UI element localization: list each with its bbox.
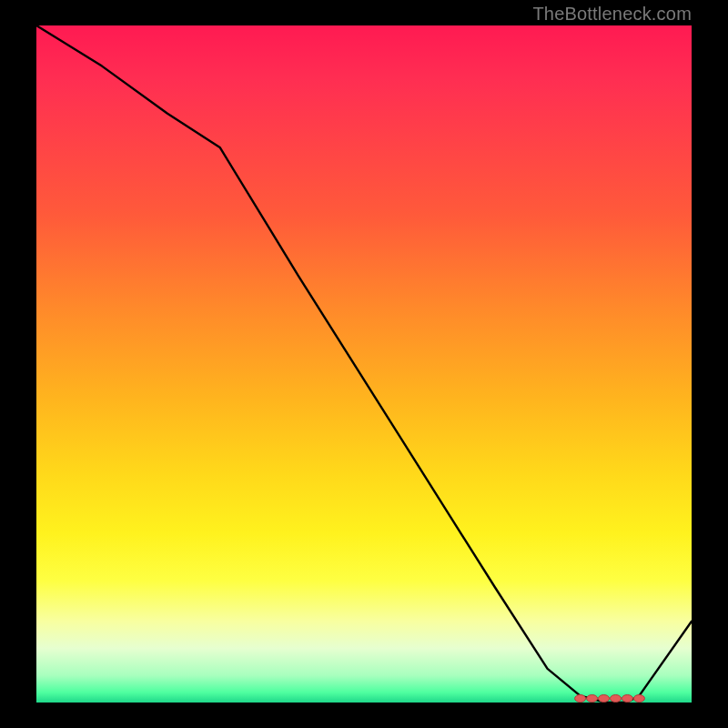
curve-line [36, 25, 692, 703]
optimal-marker [599, 695, 610, 703]
plot-area [36, 25, 692, 703]
optimal-marker [587, 695, 598, 703]
optimal-range-markers [575, 695, 645, 703]
optimal-marker [633, 695, 644, 703]
bottleneck-curve [36, 25, 692, 703]
optimal-marker [611, 695, 622, 703]
watermark-text: TheBottleneck.com [532, 4, 692, 25]
optimal-marker [575, 695, 586, 703]
chart-frame: TheBottleneck.com [0, 0, 728, 728]
optimal-marker [622, 695, 632, 703]
